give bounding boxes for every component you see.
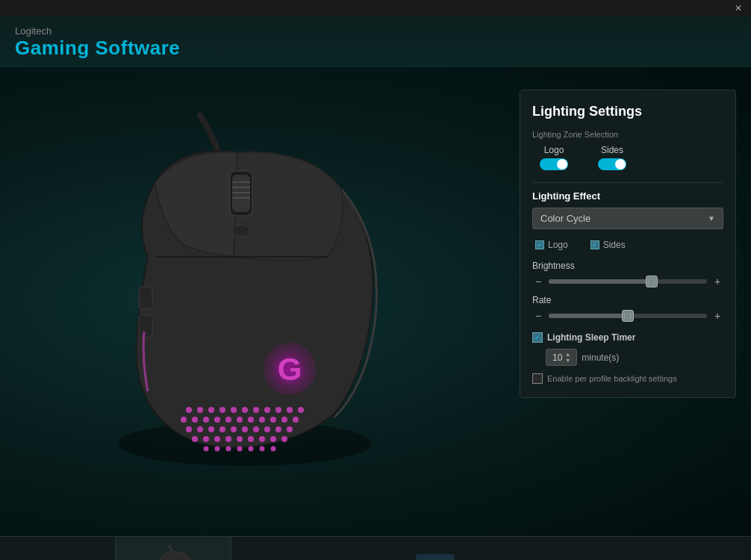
svg-point-56 <box>226 447 231 452</box>
svg-point-54 <box>204 447 209 452</box>
svg-point-19 <box>253 407 259 413</box>
svg-point-46 <box>203 436 209 442</box>
slider-grip-icon: ⋮⋮ <box>646 279 658 284</box>
rate-thumb[interactable]: ⋮⋮ <box>622 310 634 322</box>
sides-toggle-thumb <box>615 159 626 169</box>
nav-icons: ? <box>231 537 751 560</box>
rate-decrease-button[interactable]: − <box>532 310 544 322</box>
svg-point-20 <box>264 407 270 413</box>
svg-point-49 <box>237 436 243 442</box>
sides-checkbox-label: Sides <box>603 240 626 250</box>
svg-point-35 <box>186 426 192 432</box>
logo-checkbox[interactable]: ✓ <box>535 240 544 249</box>
svg-point-7 <box>232 225 250 237</box>
sleep-timer-section: ✓ Lighting Sleep Timer 10 ▲ ▼ minute(s) <box>532 332 723 366</box>
svg-point-32 <box>270 417 276 423</box>
nav-heatmap[interactable] <box>528 555 567 561</box>
svg-point-37 <box>208 426 214 432</box>
nav-help[interactable]: ? <box>696 555 735 561</box>
logo-checkmark: ✓ <box>537 242 543 249</box>
effect-selected: Color Cycle <box>540 213 590 224</box>
rate-label: Rate <box>532 295 723 305</box>
svg-point-57 <box>237 447 243 452</box>
enable-profile-section: Enable per profile backlight settings <box>532 373 723 384</box>
title-bar: ✕ <box>0 0 751 16</box>
rate-increase-button[interactable]: + <box>711 310 723 322</box>
divider-1 <box>532 182 723 183</box>
brand-name: Logitech <box>15 25 736 37</box>
settings-panel: Lighting Settings Lighting Zone Selectio… <box>520 90 736 398</box>
nav-home[interactable] <box>248 555 287 561</box>
sleep-checkmark: ✓ <box>535 335 540 341</box>
sides-checkbox[interactable]: ✓ <box>590 240 599 249</box>
logo-checkbox-item[interactable]: ✓ Logo <box>535 240 568 250</box>
sleep-up-arrow[interactable]: ▲ <box>565 352 570 357</box>
svg-point-44 <box>287 426 293 432</box>
svg-point-30 <box>248 417 254 423</box>
brightness-section: Brightness − ⋮⋮ + <box>532 261 723 287</box>
sleep-arrows: ▲ ▼ <box>565 352 570 363</box>
svg-point-29 <box>237 417 243 423</box>
nav-share[interactable] <box>640 555 679 561</box>
svg-point-60 <box>271 447 276 452</box>
svg-point-21 <box>275 407 281 413</box>
svg-point-17 <box>231 407 237 413</box>
effect-dropdown[interactable]: Color Cycle ▼ <box>532 208 723 229</box>
sides-checkbox-item[interactable]: ✓ Sides <box>590 240 626 250</box>
sleep-timer-row: 10 ▲ ▼ minute(s) <box>532 349 723 366</box>
effect-label: Lighting Effect <box>532 190 723 202</box>
rate-slider[interactable]: ⋮⋮ <box>549 314 707 318</box>
svg-point-51 <box>259 436 265 442</box>
brightness-decrease-button[interactable]: − <box>532 276 544 287</box>
sleep-down-arrow[interactable]: ▼ <box>565 358 570 363</box>
svg-point-42 <box>264 426 270 432</box>
brightness-increase-button[interactable]: + <box>711 276 723 287</box>
sleep-value-box[interactable]: 10 ▲ ▼ <box>546 349 577 366</box>
nav-sensor[interactable] <box>472 555 511 561</box>
brightness-slider[interactable]: ⋮⋮ <box>549 279 707 284</box>
svg-point-41 <box>253 426 259 432</box>
close-button[interactable]: ✕ <box>730 1 747 15</box>
device-section[interactable]: G <box>116 537 231 560</box>
svg-point-34 <box>293 417 299 423</box>
sides-toggle[interactable] <box>598 158 626 170</box>
main-content: G <box>0 67 751 536</box>
svg-point-58 <box>249 447 254 452</box>
zone-label: Lighting Zone Selection <box>532 130 723 139</box>
svg-point-14 <box>197 407 203 413</box>
effect-section: Lighting Effect Color Cycle ▼ <box>532 190 723 229</box>
enable-profile-label: Enable per profile backlight settings <box>547 374 677 383</box>
sleep-unit: minute(s) <box>582 352 619 363</box>
app-title: Gaming Software <box>15 37 736 60</box>
svg-point-18 <box>242 407 248 413</box>
sides-checkmark: ✓ <box>592 242 598 249</box>
sleep-timer-header: ✓ Lighting Sleep Timer <box>532 332 723 343</box>
panel-title: Lighting Settings <box>532 104 723 119</box>
dropdown-arrow-icon: ▼ <box>708 214 715 223</box>
enable-profile-checkbox[interactable] <box>532 373 543 384</box>
logo-toggle[interactable] <box>540 158 568 170</box>
mouse-area: G <box>0 67 520 536</box>
svg-rect-9 <box>139 315 152 337</box>
nav-lighting[interactable] <box>416 554 455 561</box>
nav-customize[interactable] <box>304 555 343 561</box>
svg-point-39 <box>231 426 237 432</box>
rate-section: Rate − ⋮⋮ + <box>532 295 723 322</box>
svg-point-28 <box>225 417 231 423</box>
svg-point-33 <box>281 417 287 423</box>
zone-row: Logo Sides <box>532 145 723 170</box>
svg-point-38 <box>219 426 225 432</box>
nav-settings[interactable] <box>584 555 623 561</box>
svg-point-31 <box>259 417 265 423</box>
rate-fill <box>549 314 628 318</box>
svg-point-26 <box>203 417 209 423</box>
svg-point-13 <box>186 407 192 413</box>
checkboxes-row: ✓ Logo ✓ Sides <box>532 240 723 250</box>
brightness-thumb[interactable]: ⋮⋮ <box>646 276 658 287</box>
svg-point-55 <box>215 447 220 452</box>
nav-performance[interactable] <box>360 555 399 561</box>
svg-point-59 <box>260 447 265 452</box>
svg-line-68 <box>169 546 172 550</box>
svg-text:G: G <box>278 352 302 387</box>
sleep-timer-checkbox[interactable]: ✓ <box>532 332 543 343</box>
